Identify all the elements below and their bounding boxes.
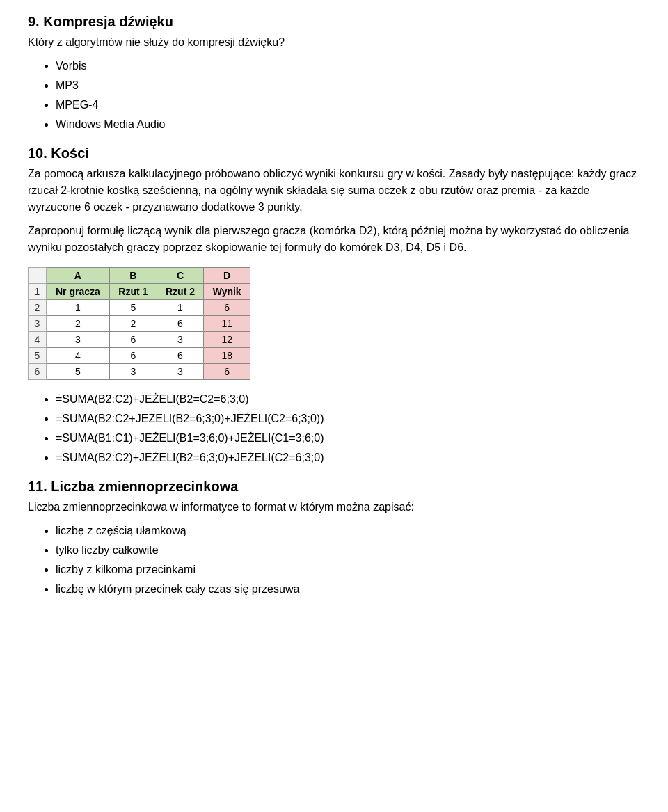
table-row: 6 5 3 3 6	[29, 364, 250, 380]
cell-a: 1	[46, 300, 109, 316]
cell-b: 2	[109, 316, 157, 332]
cell-d: 6	[204, 364, 250, 380]
cell-c: 1	[157, 300, 204, 316]
section-11-list: liczbę z częścią ułamkową tylko liczby c…	[56, 523, 640, 598]
list-item: liczbę z częścią ułamkową	[56, 523, 640, 539]
list-item: tylko liczby całkowite	[56, 542, 640, 559]
row-num: 2	[29, 300, 47, 316]
col-header-d: D	[204, 268, 250, 284]
cell-b: 3	[109, 364, 157, 380]
cell-a: 5	[46, 364, 109, 380]
header-rzut1: Rzut 1	[109, 284, 157, 300]
formula-list: =SUMA(B2:C2)+JEŻELI(B2=C2=6;3;0) =SUMA(B…	[56, 391, 640, 466]
list-item: =SUMA(B2:C2)+JEŻELI(B2=C2=6;3;0)	[56, 391, 640, 408]
section-11: 11. Liczba zmiennoprzecinkowa Liczba zmi…	[28, 479, 640, 598]
cell-b: 5	[109, 300, 157, 316]
row-num: 4	[29, 332, 47, 348]
cell-c: 3	[157, 364, 204, 380]
row-num-1: 1	[29, 284, 47, 300]
corner-cell	[29, 268, 47, 284]
row-num: 5	[29, 348, 47, 364]
section-10: 10. Kości Za pomocą arkusza kalkulacyjne…	[28, 145, 640, 466]
section-11-heading: 11. Liczba zmiennoprzecinkowa	[28, 479, 640, 495]
col-header-a: A	[46, 268, 109, 284]
header-nr: Nr gracza	[46, 284, 109, 300]
section-9-heading: 9. Kompresja dźwięku	[28, 14, 640, 30]
section-10-intro: Za pomocą arkusza kalkulacyjnego próbowa…	[28, 166, 640, 216]
cell-d: 11	[204, 316, 250, 332]
table-row: 3 2 2 6 11	[29, 316, 250, 332]
section-9: 9. Kompresja dźwięku Który z algorytmów …	[28, 14, 640, 133]
cell-b: 6	[109, 332, 157, 348]
list-item: =SUMA(B2:C2+JEŻELI(B2=6;3;0)+JEŻELI(C2=6…	[56, 411, 640, 427]
cell-a: 2	[46, 316, 109, 332]
cell-a: 3	[46, 332, 109, 348]
list-item: MP3	[56, 77, 640, 94]
cell-c: 6	[157, 348, 204, 364]
section-10-heading: 10. Kości	[28, 145, 640, 161]
cell-d: 6	[204, 300, 250, 316]
spreadsheet: A B C D 1 Nr gracza Rzut 1 Rzut 2 Wynik …	[28, 267, 250, 380]
list-item: Windows Media Audio	[56, 116, 640, 133]
cell-b: 6	[109, 348, 157, 364]
section-10-instruction: Zaproponuj formułę liczącą wynik dla pie…	[28, 223, 640, 256]
section-9-question: Który z algorytmów nie służy do kompresj…	[28, 34, 640, 51]
spreadsheet-body: 2 1 5 1 6 3 2 2 6 11 4 3 6 3	[29, 300, 250, 380]
cell-c: 6	[157, 316, 204, 332]
section-9-list: Vorbis MP3 MPEG-4 Windows Media Audio	[56, 58, 640, 133]
cell-d: 18	[204, 348, 250, 364]
list-item: liczby z kilkoma przecinkami	[56, 562, 640, 578]
spreadsheet-container: A B C D 1 Nr gracza Rzut 1 Rzut 2 Wynik …	[28, 267, 640, 380]
list-item: MPEG-4	[56, 97, 640, 113]
table-row: 2 1 5 1 6	[29, 300, 250, 316]
list-item: liczbę w którym przecinek cały czas się …	[56, 581, 640, 598]
row-num: 6	[29, 364, 47, 380]
table-row: 4 3 6 3 12	[29, 332, 250, 348]
col-header-b: B	[109, 268, 157, 284]
list-item: =SUMA(B1:C1)+JEŻELI(B1=3;6;0)+JEŻELI(C1=…	[56, 430, 640, 447]
header-rzut2: Rzut 2	[157, 284, 204, 300]
header-row: 1 Nr gracza Rzut 1 Rzut 2 Wynik	[29, 284, 250, 300]
table-row: 5 4 6 6 18	[29, 348, 250, 364]
cell-a: 4	[46, 348, 109, 364]
cell-d: 12	[204, 332, 250, 348]
section-11-intro: Liczba zmiennoprzecinkowa w informatyce …	[28, 499, 640, 516]
col-header-c: C	[157, 268, 204, 284]
list-item: Vorbis	[56, 58, 640, 74]
cell-c: 3	[157, 332, 204, 348]
col-header-row: A B C D	[29, 268, 250, 284]
row-num: 3	[29, 316, 47, 332]
header-wynik: Wynik	[204, 284, 250, 300]
list-item: =SUMA(B2:C2)+JEŻELI(B2=6;3;0)+JEŻELI(C2=…	[56, 449, 640, 466]
